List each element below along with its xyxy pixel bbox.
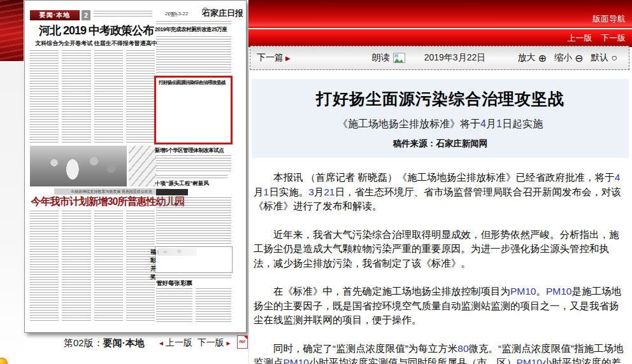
article-text-columns	[30, 50, 155, 144]
kicker-line	[156, 175, 227, 179]
panel-divider	[248, 70, 249, 364]
background-red-strip	[0, 0, 24, 61]
page-nav-links: ◂ 上一版 下一版 ▸	[159, 337, 231, 349]
next-page-link-top[interactable]: 下一版	[601, 33, 626, 43]
next-article-arrow-icon: ▶	[285, 55, 291, 62]
zoom-in-icon[interactable]: ⊕	[538, 52, 547, 64]
prev-page-link[interactable]: 上一版	[166, 337, 192, 347]
lottery-box-title: 福彩开奖	[150, 248, 156, 281]
article-paragraph: 近年来，我省大气污染综合治理取得明显成效，但形势依然严峻。分析指出，施工扬尘仍是…	[254, 228, 626, 271]
subhead-zhongkao: 文科综合为全开卷考试 往届生不得报考普通高中	[27, 39, 165, 48]
toolbar-date: 2019年3月22日	[424, 52, 486, 64]
read-aloud-button[interactable]: 朗读	[372, 52, 405, 64]
article-paragraph: 同时，确定了“监测点浓度限值”为每立方米80微克。“监测点浓度限值”指施工场地监…	[254, 342, 626, 364]
news-photo	[30, 146, 127, 186]
lottery-row	[157, 250, 159, 255]
lottery-results-box: 福彩开奖	[155, 246, 233, 273]
headline-wind-style[interactable]: 十项“源头工程”树新风	[155, 180, 233, 188]
decorative-graphic	[129, 146, 156, 186]
article-body: 本报讯 （首席记者 靳晓磊）《施工场地扬尘排放标准》已经省政府批准，将于4月1日…	[254, 171, 626, 364]
article-toolbar: 下一篇 ▶ 朗读 2019年3月22日 放大 ⊕ 缩小 ⊖ 默认 ○	[250, 46, 629, 70]
highlight-article-subtitle: 《施工场地扬尘排放标准》将于4月1日起实施	[159, 81, 225, 85]
current-article-highlight-box[interactable]: 打好扬尘面源污染综合治理攻坚战 《施工场地扬尘排放标准》将于4月1日起实施	[154, 76, 233, 144]
page-background-strip	[0, 0, 24, 364]
zoom-out-button[interactable]: 缩小	[554, 52, 572, 64]
read-aloud-image-icon[interactable]	[393, 53, 405, 63]
article-text-column	[156, 36, 231, 73]
article-text-column	[156, 197, 231, 244]
next-page-link[interactable]: 下一版	[198, 337, 224, 347]
pdf-fold-corner	[244, 336, 247, 339]
kicker-kindergarten: 市财政继续支持教育均衡发展 普惠园受群众欢迎	[54, 188, 169, 195]
zoom-default-button[interactable]: 默认	[591, 52, 608, 64]
highlight-article-text	[159, 81, 162, 132]
article-title: 打好扬尘面源污染综合治理攻坚战	[252, 88, 629, 109]
prev-arrow-icon: ◂	[159, 339, 163, 347]
article-source: 稿件来源：石家庄新闻网	[252, 138, 629, 150]
article-reading-panel: 版面导航 上一版 下一版 下一篇 ▶ 朗读 2019年3月22日 放大 ⊕ 缩小…	[248, 0, 632, 364]
headline-lottery[interactable]: 管好每张彩票	[156, 279, 233, 288]
pdf-download-icon[interactable]: PDF	[237, 335, 248, 349]
article-subtitle: 《施工场地扬尘排放标准》将于4月1日起实施	[252, 118, 629, 131]
prev-page-link-top[interactable]: 上一版	[567, 33, 592, 43]
page-navigation-link[interactable]: 版面导航	[592, 13, 626, 25]
column-label-tag	[156, 189, 188, 195]
kicker-line	[156, 21, 231, 25]
masthead-contact-lines	[94, 11, 152, 17]
newspaper-page-thumbnail[interactable]: 要闻·本地 2 2019-3-22 （五） 石家庄日报 河北 2019 中考政策…	[24, 0, 247, 333]
lottery-decoration	[157, 248, 197, 256]
headline-toilets[interactable]: 2019年完成农村厕所改造25万座	[155, 26, 233, 34]
page-number: 2	[82, 10, 90, 20]
next-article-button[interactable]: 下一篇	[257, 52, 284, 64]
zoom-default-icon[interactable]: ○	[611, 52, 617, 64]
headline-school-district[interactable]: 新增5个学区管理体制改革试点	[155, 147, 233, 155]
article-paragraph: 在《标准》中，首先确定施工场地扬尘排放控制项目为PM10。PM10是施工场地扬尘…	[254, 284, 626, 328]
zoom-out-icon[interactable]: ⊖	[575, 52, 583, 64]
zoom-in-button[interactable]: 放大	[518, 52, 536, 64]
next-arrow-icon: ▸	[227, 339, 231, 347]
page-nav-red-bar: 上一版 下一版	[248, 28, 632, 47]
current-page-label: 第02版：要闻·本地	[64, 337, 145, 349]
thumbnail-bottom-bar: 第02版：要闻·本地 ◂ 上一版 下一版 ▸ PDF	[0, 335, 248, 354]
section-label: 要闻·本地	[30, 10, 80, 20]
top-red-banner: 版面导航	[248, 0, 632, 28]
zoom-controls: 放大 ⊕ 缩小 ⊖ 默认 ○	[518, 52, 622, 64]
article-text-line	[156, 275, 231, 278]
headline-zhongkao[interactable]: 河北 2019 中考政策公布	[27, 23, 165, 38]
article-text-column	[156, 155, 231, 173]
article-header: 打好扬尘面源污染综合治理攻坚战 《施工场地扬尘排放标准》将于4月1日起实施 稿件…	[252, 79, 629, 158]
article-paragraph: 本报讯 （首席记者 靳晓磊）《施工场地扬尘排放标准》已经省政府批准，将于4月1日…	[254, 171, 626, 214]
article-text-columns	[30, 211, 155, 323]
article-text-columns	[156, 288, 231, 323]
